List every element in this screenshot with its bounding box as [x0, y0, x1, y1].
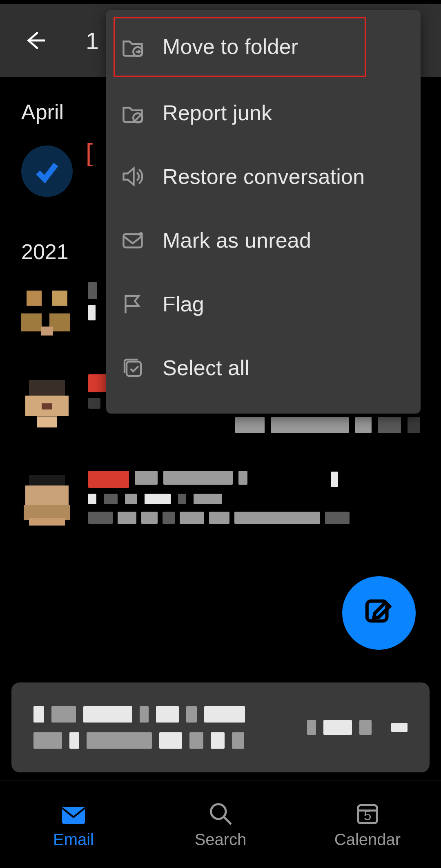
select-all-icon	[120, 355, 145, 380]
overflow-menu: Move to folder Report junk Restore conve…	[106, 10, 421, 414]
menu-report-junk[interactable]: Report junk	[106, 81, 421, 145]
tab-email[interactable]: Email	[0, 781, 147, 868]
svg-point-6	[211, 804, 226, 819]
email-row[interactable]	[21, 463, 420, 550]
svg-point-4	[139, 232, 143, 236]
tab-label: Search	[195, 830, 247, 849]
menu-move-to-folder[interactable]: Move to folder	[106, 12, 421, 81]
menu-label: Flag	[163, 292, 204, 316]
tab-calendar[interactable]: 5 Calendar	[294, 781, 441, 868]
menu-flag[interactable]: Flag	[106, 272, 421, 336]
avatar[interactable]	[21, 378, 73, 429]
flag-icon	[120, 291, 145, 317]
tab-label: Email	[53, 830, 94, 849]
menu-label: Restore conversation	[163, 164, 365, 189]
compose-icon	[363, 597, 395, 629]
email-row-content	[88, 469, 420, 524]
snackbar-action[interactable]	[307, 720, 408, 735]
menu-select-all[interactable]: Select all	[106, 336, 421, 400]
menu-restore-conversation[interactable]: Restore conversation	[106, 145, 421, 208]
email-icon	[60, 801, 87, 826]
svg-rect-3	[124, 234, 142, 248]
avatar[interactable]	[21, 474, 73, 526]
tab-label: Calendar	[334, 830, 401, 849]
menu-label: Move to folder	[163, 34, 298, 59]
menu-label: Mark as unread	[163, 228, 311, 253]
snackbar-message	[33, 706, 245, 749]
menu-label: Report junk	[163, 101, 272, 125]
back-arrow-icon	[22, 28, 47, 53]
menu-label: Select all	[163, 356, 249, 380]
menu-mark-as-unread[interactable]: Mark as unread	[106, 208, 421, 272]
calendar-icon: 5	[354, 801, 381, 826]
check-icon	[33, 158, 60, 185]
calendar-day-number: 5	[364, 808, 372, 823]
tab-search[interactable]: Search	[147, 781, 294, 868]
folder-junk-icon	[120, 100, 145, 125]
snackbar[interactable]	[11, 682, 430, 772]
selected-indicator[interactable]	[21, 145, 73, 197]
selection-count: 1	[86, 27, 99, 54]
folder-move-icon	[120, 34, 145, 59]
svg-rect-5	[127, 362, 141, 376]
compose-button[interactable]	[342, 576, 416, 650]
back-button[interactable]	[20, 26, 49, 55]
envelope-unread-icon	[120, 228, 145, 253]
avatar[interactable]	[21, 285, 73, 337]
bottom-tab-bar: Email Search 5 Calendar	[0, 781, 441, 868]
search-icon	[207, 801, 234, 826]
speaker-icon	[120, 164, 145, 189]
status-bar-spacer	[0, 0, 441, 4]
